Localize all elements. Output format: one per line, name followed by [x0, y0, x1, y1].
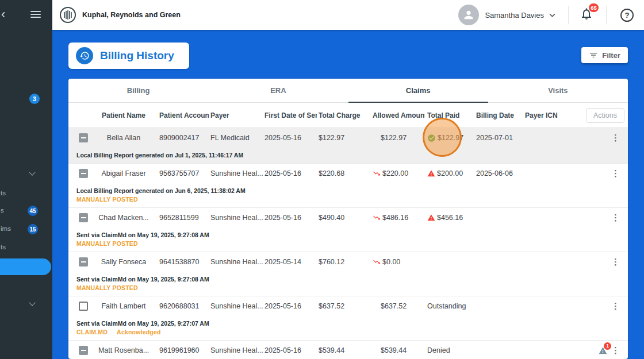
divider: [568, 6, 569, 24]
tab-era[interactable]: ERA: [208, 79, 348, 102]
notifications-button[interactable]: 65: [580, 7, 593, 23]
row-checkbox[interactable]: [79, 213, 88, 222]
company-logo-icon: [59, 6, 77, 24]
main-content: Billing History Filter Billing ERA Claim…: [52, 30, 644, 359]
sidebar-count-badge: 15: [28, 224, 38, 234]
row-checkbox[interactable]: [79, 346, 88, 355]
row-checkbox[interactable]: [79, 133, 88, 142]
cell-first-date: 2025-05-14: [264, 258, 317, 266]
table-row[interactable]: Bella Allan 8909002417 FL Medicaid 2025-…: [68, 128, 628, 148]
page-header: Billing History: [68, 43, 189, 69]
row-menu-button[interactable]: ⋮: [610, 168, 621, 179]
table-row[interactable]: Chad Macken... 9652811599 Sunshine Heal.…: [68, 208, 628, 227]
row-note: Sent via ClaimMd on May 19, 2025, 9:27:0…: [76, 319, 628, 327]
divider: [606, 6, 607, 24]
table-row[interactable]: Faith Lambert 9620688031 Sunshine Heal..…: [68, 296, 628, 316]
help-button[interactable]: ?: [620, 9, 634, 22]
filter-button[interactable]: Filter: [581, 47, 628, 63]
row-menu-button[interactable]: ⋮: [610, 213, 621, 223]
cell-patient-account: 9619961960: [154, 346, 209, 354]
avatar[interactable]: [458, 5, 479, 25]
cell-total-paid: Outstanding: [425, 302, 476, 310]
row-note: Local Billing Report generated on Jun 6,…: [76, 187, 628, 195]
row-note: Sent via ClaimMd on May 19, 2025, 9:27:0…: [76, 275, 628, 283]
cell-patient-account: 8909002417: [154, 134, 209, 142]
header-first-date: First Date of Ser: [264, 111, 317, 119]
cell-total-paid: $456.16: [425, 214, 476, 222]
cell-patient-account: 9563755707: [154, 169, 209, 177]
cell-allowed-amount: $220.00: [370, 169, 425, 177]
notification-count-badge: 65: [589, 3, 599, 12]
table-header-row: Patient Name Patient Account Payer First…: [68, 103, 628, 128]
warning-icon: [427, 169, 435, 177]
cell-billing-date: 2025-06-06: [476, 169, 525, 177]
cell-payer: Sunshine Heal...: [209, 346, 264, 354]
cell-payer: FL Medicaid: [209, 134, 264, 142]
cell-payer: Sunshine Heal...: [209, 302, 264, 310]
company-name: Kuphal, Reynolds and Green: [82, 11, 181, 19]
table-row-group: Bella Allan 8909002417 FL Medicaid 2025-…: [68, 128, 628, 164]
header-total-charge: Total Charge: [317, 111, 370, 119]
hamburger-menu-icon[interactable]: [30, 11, 41, 20]
check-circle-icon: [427, 134, 436, 142]
header-payer-icn: Payer ICN: [525, 111, 571, 119]
sidebar-active-item[interactable]: [0, 258, 51, 275]
page-title: Billing History: [100, 49, 174, 62]
row-checkbox[interactable]: [79, 302, 88, 311]
cell-allowed-amount: $486.16: [370, 214, 425, 222]
chevron-down-icon[interactable]: [549, 13, 555, 17]
sidebar-item-label[interactable]: ts: [1, 244, 6, 250]
header-patient-account: Patient Account: [154, 111, 209, 119]
table-row[interactable]: Matt Rosenba... 9619961960 Sunshine Heal…: [68, 341, 628, 359]
table-row[interactable]: Abigail Fraser 9563755707 Sunshine Heal.…: [68, 164, 628, 183]
header-total-paid: Total Paid: [425, 111, 476, 119]
actions-button[interactable]: Actions: [586, 108, 624, 123]
sidebar-item-label[interactable]: ims: [1, 225, 11, 232]
cell-patient-name: Faith Lambert: [94, 302, 154, 310]
sidebar-item-label[interactable]: ts: [1, 190, 6, 196]
sidebar-item-label[interactable]: s: [1, 207, 4, 214]
cell-allowed-amount: $122.97: [370, 134, 425, 142]
row-menu-button[interactable]: ⋮: [610, 133, 621, 143]
cell-total-charge: $637.52: [317, 302, 370, 310]
row-menu-button[interactable]: ⋮: [610, 301, 621, 311]
sidebar-count-badge: 45: [28, 206, 38, 216]
table-row-group: Sally Fonseca 9641538870 Sunshine Heal..…: [68, 252, 628, 296]
tab-visits[interactable]: Visits: [488, 79, 628, 102]
row-menu-button[interactable]: ⋮: [610, 345, 621, 356]
row-alert[interactable]: 1: [599, 346, 607, 355]
chevron-down-icon[interactable]: [29, 169, 35, 175]
row-status-tag: MANUALLY POSTED: [76, 240, 628, 248]
cell-total-charge: $220.68: [317, 169, 370, 177]
alert-count-badge: 1: [604, 342, 611, 350]
user-name[interactable]: Samantha Davies: [485, 11, 544, 20]
row-checkbox[interactable]: [79, 257, 88, 267]
chevron-down-icon[interactable]: [29, 299, 35, 306]
row-checkbox[interactable]: [79, 169, 88, 178]
warning-icon: [427, 214, 435, 222]
cell-first-date: 2025-05-16: [264, 134, 317, 142]
cell-first-date: 2025-05-16: [264, 214, 317, 222]
sidebar-count-badge: 3: [29, 94, 40, 104]
tab-claims[interactable]: Claims: [348, 79, 488, 102]
cell-patient-name: Matt Rosenba...: [94, 346, 154, 354]
row-menu-button[interactable]: ⋮: [610, 257, 621, 267]
topbar: Kuphal, Reynolds and Green Samantha Davi…: [52, 0, 644, 30]
row-status-tag: MANUALLY POSTED: [76, 284, 628, 292]
header-allowed-amount: Allowed Amount: [370, 111, 425, 119]
cell-total-charge: $760.12: [317, 258, 370, 266]
trending-down-icon: [373, 258, 381, 266]
table-row[interactable]: Sally Fonseca 9641538870 Sunshine Heal..…: [68, 252, 628, 272]
cell-first-date: 2025-05-16: [264, 169, 317, 177]
cell-total-charge: $490.40: [317, 214, 370, 222]
cell-payer: Sunshine Heal...: [209, 169, 264, 177]
trending-down-icon: [373, 214, 381, 222]
table-row-group: Chad Macken... 9652811599 Sunshine Heal.…: [68, 208, 628, 252]
cell-patient-name: Abigail Fraser: [94, 169, 154, 177]
cell-allowed-amount: $0.00: [370, 258, 425, 266]
billing-history-icon: [76, 47, 93, 64]
tab-billing[interactable]: Billing: [68, 79, 208, 102]
cell-patient-account: 9620688031: [154, 302, 209, 310]
collapse-sidebar-icon[interactable]: ‹: [1, 7, 5, 22]
header-billing-date: Billing Date: [476, 111, 525, 119]
